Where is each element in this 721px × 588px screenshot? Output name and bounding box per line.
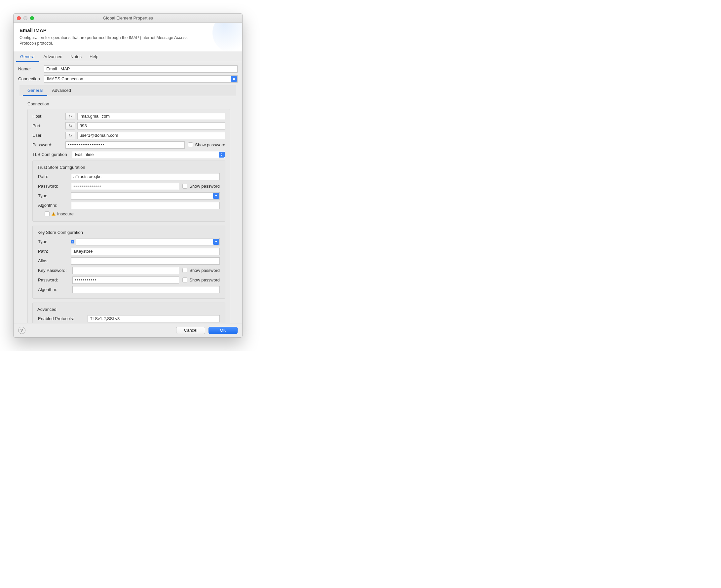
tab-general[interactable]: General [16, 52, 39, 62]
ks-key-password-input[interactable] [73, 267, 179, 274]
warning-icon [52, 212, 56, 216]
name-input[interactable] [44, 65, 238, 73]
outer-tabs: General Advanced Notes Help [14, 52, 242, 62]
connection-label: Connection [18, 76, 44, 81]
ts-show-password-label: Show password [189, 184, 220, 189]
ok-button-label: OK [220, 328, 226, 333]
inner-tab-advanced[interactable]: Advanced [47, 85, 76, 96]
ks-algorithm-input[interactable] [73, 286, 220, 293]
host-label: Host: [33, 113, 65, 119]
name-label: Name: [18, 66, 44, 71]
ks-algorithm-label: Algorithm: [38, 287, 73, 292]
scroll-region[interactable]: Name: Connection IMAPS Connection Genera… [14, 62, 242, 323]
dialog-window: Global Element Properties Email IMAP Con… [13, 13, 243, 338]
ks-show-password-checkbox[interactable] [182, 277, 187, 282]
password-label: Password: [33, 142, 65, 147]
trust-store-group: Trust Store Configuration Path: Password… [33, 161, 225, 222]
ts-path-label: Path: [38, 174, 71, 179]
ks-path-input[interactable] [71, 248, 220, 255]
key-store-title: Key Store Configuration [37, 230, 220, 235]
ts-type-label: Type: [38, 193, 71, 198]
ks-alias-input[interactable] [71, 257, 220, 265]
dialog-footer: ? Cancel OK [14, 323, 242, 337]
ks-type-select[interactable] [76, 238, 220, 246]
dialog-header: Email IMAP Configuration for operations … [14, 23, 242, 52]
show-password-label: Show password [195, 142, 225, 147]
inner-tabs: General Advanced [20, 85, 236, 96]
password-input[interactable] [65, 141, 185, 149]
page-subtitle: Configuration for operations that are pe… [20, 35, 205, 46]
page-title: Email IMAP [20, 27, 236, 33]
host-input[interactable] [77, 113, 225, 120]
chevron-down-icon [213, 193, 219, 199]
info-icon: i [71, 240, 74, 244]
dropdown-arrows-icon [231, 76, 237, 82]
connection-group-title: Connection [27, 101, 230, 106]
fx-button-host[interactable]: ƒx [65, 113, 75, 120]
tls-config-select[interactable]: Edit inline [72, 151, 225, 158]
ks-path-label: Path: [38, 249, 71, 254]
connection-config-panel: General Advanced Connection Host: ƒx Por… [20, 85, 236, 323]
advanced-title: Advanced [37, 307, 220, 312]
connection-select[interactable]: IMAPS Connection [44, 75, 238, 83]
form-area: Name: Connection IMAPS Connection Genera… [14, 62, 242, 323]
tls-config-label: TLS Configuration [33, 152, 72, 157]
window-title: Global Element Properties [14, 16, 242, 20]
ks-key-password-label: Key Password: [38, 268, 73, 273]
dropdown-arrows-icon [219, 152, 225, 158]
ts-show-password-checkbox[interactable] [182, 184, 187, 189]
key-store-group: Key Store Configuration Type: i Path: [33, 226, 225, 299]
titlebar: Global Element Properties [14, 14, 242, 23]
help-icon[interactable]: ? [18, 327, 25, 334]
port-input[interactable] [77, 122, 225, 129]
connection-select-value: IMAPS Connection [47, 76, 83, 81]
ts-type-select[interactable] [71, 192, 220, 200]
tab-advanced[interactable]: Advanced [39, 52, 66, 62]
inner-tab-general[interactable]: General [23, 85, 47, 96]
ks-show-password-label: Show password [189, 277, 220, 282]
ts-algorithm-input[interactable] [71, 202, 220, 209]
chevron-down-icon [213, 239, 219, 245]
cancel-button-label: Cancel [184, 328, 197, 333]
ks-type-label: Type: [38, 239, 71, 244]
tab-notes[interactable]: Notes [66, 52, 86, 62]
user-label: User: [33, 133, 65, 138]
show-password-checkbox[interactable] [188, 142, 193, 147]
ts-password-label: Password: [38, 184, 71, 189]
inner-body: Connection Host: ƒx Port: ƒx User: [20, 96, 236, 323]
ks-alias-label: Alias: [38, 258, 71, 263]
tls-config-value: Edit inline [75, 152, 94, 157]
cancel-button[interactable]: Cancel [176, 327, 205, 334]
trust-store-title: Trust Store Configuration [37, 165, 220, 170]
advanced-group: Advanced Enabled Protocols: Enabled Ciph… [33, 302, 225, 323]
header-decoration [212, 23, 242, 52]
fx-button-user[interactable]: ƒx [65, 132, 75, 139]
enabled-protocols-label: Enabled Protocols: [38, 316, 87, 321]
insecure-checkbox[interactable] [45, 211, 49, 216]
ts-path-input[interactable] [71, 173, 220, 181]
connection-subgroup: Host: ƒx Port: ƒx User: ƒx [27, 109, 230, 323]
ks-password-label: Password: [38, 277, 73, 282]
port-label: Port: [33, 123, 65, 128]
user-input[interactable] [77, 132, 225, 139]
insecure-label: Insecure [57, 211, 74, 216]
ts-algorithm-label: Algorithm: [38, 203, 71, 208]
ts-password-input[interactable] [71, 183, 179, 190]
ks-key-show-password-label: Show password [189, 268, 220, 273]
ks-key-show-password-checkbox[interactable] [182, 268, 187, 273]
tab-help[interactable]: Help [86, 52, 102, 62]
fx-button-port[interactable]: ƒx [65, 122, 75, 129]
enabled-protocols-input[interactable] [87, 315, 220, 322]
ok-button[interactable]: OK [208, 327, 238, 334]
ks-password-input[interactable] [73, 276, 179, 284]
